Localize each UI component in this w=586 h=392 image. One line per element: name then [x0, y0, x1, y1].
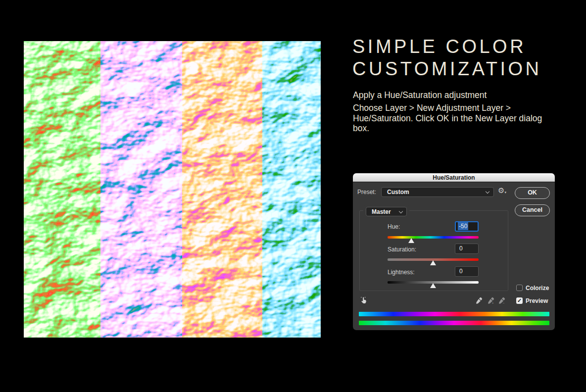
- preview-label: Preview: [526, 297, 548, 304]
- saturation-input[interactable]: 0: [455, 244, 479, 254]
- artwork-strip-magenta: [182, 41, 262, 338]
- eyedropper-minus-icon[interactable]: −: [498, 297, 506, 305]
- ok-button[interactable]: OK: [515, 187, 550, 199]
- hue-input[interactable]: -50: [455, 221, 479, 232]
- preset-select[interactable]: Custom: [381, 187, 494, 197]
- intro-lead-text: Apply a Hue/Saturation adjustment: [353, 90, 487, 100]
- lightness-input-value: 0: [459, 268, 463, 275]
- page-title-line1: SIMPLE COLOR: [352, 36, 542, 58]
- preset-select-value: Custom: [387, 189, 409, 196]
- saturation-input-value: 0: [459, 245, 463, 252]
- hue-saturation-dialog: Hue/Saturation Preset: Custom ⚙▾ OK Canc…: [353, 173, 555, 330]
- artwork-strip-red: [24, 41, 100, 338]
- artwork-preview-image: [24, 41, 321, 338]
- gear-icon: ⚙: [498, 186, 504, 195]
- svg-text:+: +: [492, 301, 494, 304]
- channel-groupbox: [359, 210, 508, 291]
- page-background: SIMPLE COLOR CUSTOMIZATION Apply a Hue/S…: [0, 0, 586, 392]
- lightness-slider-thumb[interactable]: [430, 283, 436, 288]
- eyedropper-plus-icon[interactable]: +: [487, 297, 495, 305]
- colorize-checkbox[interactable]: [516, 285, 523, 291]
- artwork-strip-teal: [100, 41, 182, 338]
- checkmark-icon: ✓: [517, 297, 522, 303]
- intro-body-text: Choose Layer > New Adjustment Layer > Hu…: [353, 103, 543, 134]
- eyedropper-icon[interactable]: [475, 297, 483, 305]
- lightness-input[interactable]: 0: [455, 266, 479, 277]
- hue-input-value: -50: [458, 222, 468, 230]
- lightness-label: Lightness:: [388, 269, 415, 276]
- saturation-label: Saturation:: [388, 246, 416, 253]
- cancel-button[interactable]: Cancel: [515, 204, 550, 216]
- channel-select[interactable]: Master: [366, 207, 407, 216]
- channel-select-value: Master: [372, 208, 391, 215]
- hue-label: Hue:: [388, 223, 400, 230]
- input-spectrum-bar: [359, 312, 549, 316]
- dialog-titlebar[interactable]: Hue/Saturation: [353, 173, 555, 182]
- chevron-down-icon: [399, 209, 403, 213]
- hue-slider-thumb[interactable]: [408, 238, 414, 243]
- preset-options-gear-button[interactable]: ⚙▾: [498, 186, 506, 195]
- artwork-strip-green: [262, 41, 321, 338]
- svg-text:−: −: [503, 301, 505, 304]
- preview-checkbox[interactable]: ✓: [516, 297, 523, 304]
- output-spectrum-bar: [359, 321, 549, 325]
- hue-slider-track[interactable]: [388, 236, 479, 239]
- preset-label: Preset:: [357, 189, 376, 196]
- page-title-line2: CUSTOMIZATION: [352, 58, 542, 80]
- menu-caret-icon: ▾: [504, 191, 506, 195]
- page-title: SIMPLE COLOR CUSTOMIZATION: [352, 36, 542, 80]
- colorize-label: Colorize: [526, 285, 549, 292]
- on-image-adjustment-hand-icon[interactable]: [360, 296, 368, 304]
- chevron-down-icon: [486, 190, 489, 194]
- saturation-slider-thumb[interactable]: [430, 260, 436, 265]
